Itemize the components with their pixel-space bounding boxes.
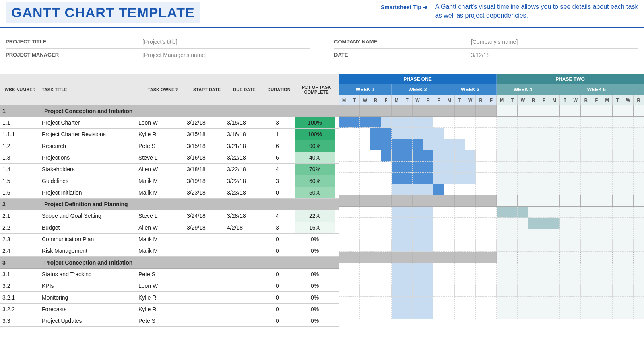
meta-value[interactable]: [Project's title] [142, 39, 178, 45]
timeline-cell[interactable] [476, 105, 486, 117]
timeline-cell[interactable] [507, 162, 518, 173]
timeline-cell[interactable] [497, 297, 507, 308]
timeline-cell[interactable] [549, 229, 560, 240]
timeline-cell[interactable] [560, 117, 570, 128]
timeline-cell[interactable] [634, 195, 644, 207]
timeline-cell[interactable] [465, 263, 476, 274]
timeline-cell[interactable] [465, 274, 476, 285]
task-start[interactable]: 3/19/18 [185, 178, 225, 184]
timeline-cell[interactable] [381, 173, 392, 184]
timeline-cell[interactable] [349, 173, 360, 184]
timeline-cell[interactable] [539, 195, 549, 207]
task-due[interactable]: 4/2/18 [225, 224, 260, 231]
timeline-cell[interactable] [370, 240, 381, 252]
timeline-cell[interactable] [549, 150, 560, 162]
timeline-cell[interactable] [392, 173, 402, 184]
timeline-cell[interactable] [602, 297, 613, 308]
timeline-cell[interactable] [370, 184, 381, 195]
timeline-cell[interactable] [560, 139, 570, 150]
timeline-cell[interactable] [465, 240, 476, 252]
task-row[interactable]: 2.3 Communication Plan Malik M 0 0% [0, 234, 339, 245]
task-pct[interactable]: 0% [295, 292, 335, 303]
timeline-cell[interactable] [560, 105, 570, 117]
timeline-cell[interactable] [581, 207, 591, 218]
timeline-cell[interactable] [339, 162, 349, 173]
timeline-cell[interactable] [339, 308, 349, 319]
timeline-cell[interactable] [634, 184, 644, 195]
timeline-cell[interactable] [497, 218, 507, 229]
timeline-cell[interactable] [381, 150, 392, 162]
timeline-cell[interactable] [423, 117, 433, 128]
timeline-cell[interactable] [581, 274, 591, 285]
timeline-cell[interactable] [486, 139, 497, 150]
timeline-cell[interactable] [528, 173, 539, 184]
section-row[interactable]: 1 Project Conception and Initiation [0, 105, 339, 117]
timeline-cell[interactable] [549, 128, 560, 139]
timeline-cell[interactable] [476, 117, 486, 128]
timeline-cell[interactable] [507, 229, 518, 240]
timeline-cell[interactable] [339, 252, 349, 263]
timeline-cell[interactable] [634, 105, 644, 117]
timeline-cell[interactable] [349, 263, 360, 274]
timeline-cell[interactable] [507, 297, 518, 308]
timeline-cell[interactable] [581, 105, 591, 117]
timeline-cell[interactable] [455, 263, 465, 274]
timeline-cell[interactable] [392, 139, 402, 150]
timeline-cell[interactable] [581, 184, 591, 195]
timeline-cell[interactable] [634, 207, 644, 218]
timeline-cell[interactable] [518, 218, 528, 229]
timeline-cell[interactable] [433, 263, 444, 274]
timeline-cell[interactable] [507, 139, 518, 150]
timeline-cell[interactable] [465, 162, 476, 173]
timeline-cell[interactable] [402, 252, 413, 263]
timeline-cell[interactable] [370, 218, 381, 229]
task-row[interactable]: 3.3 Project Updates Pete S 0 0% [0, 315, 339, 327]
timeline-cell[interactable] [560, 162, 570, 173]
timeline-cell[interactable] [602, 240, 613, 252]
timeline-cell[interactable] [560, 218, 570, 229]
timeline-cell[interactable] [528, 297, 539, 308]
timeline-cell[interactable] [465, 184, 476, 195]
timeline-cell[interactable] [570, 105, 581, 117]
timeline-cell[interactable] [613, 297, 623, 308]
timeline-cell[interactable] [360, 240, 370, 252]
timeline-cell[interactable] [370, 105, 381, 117]
timeline-cell[interactable] [423, 207, 433, 218]
timeline-cell[interactable] [392, 218, 402, 229]
timeline-cell[interactable] [623, 128, 634, 139]
timeline-cell[interactable] [423, 263, 433, 274]
task-row[interactable]: 3.1 Status and Tracking Pete S 0 0% [0, 269, 339, 280]
timeline-cell[interactable] [539, 229, 549, 240]
task-pct[interactable]: 22% [295, 210, 335, 222]
timeline-cell[interactable] [455, 308, 465, 319]
timeline-cell[interactable] [423, 128, 433, 139]
timeline-cell[interactable] [602, 229, 613, 240]
timeline-cell[interactable] [402, 285, 413, 297]
timeline-cell[interactable] [497, 240, 507, 252]
timeline-cell[interactable] [591, 150, 602, 162]
timeline-cell[interactable] [581, 308, 591, 319]
timeline-cell[interactable] [381, 297, 392, 308]
timeline-cell[interactable] [349, 150, 360, 162]
timeline-cell[interactable] [549, 297, 560, 308]
timeline-cell[interactable] [381, 240, 392, 252]
timeline-cell[interactable] [581, 229, 591, 240]
timeline-cell[interactable] [570, 173, 581, 184]
timeline-cell[interactable] [402, 218, 413, 229]
timeline-cell[interactable] [423, 218, 433, 229]
timeline-cell[interactable] [381, 105, 392, 117]
timeline-cell[interactable] [339, 274, 349, 285]
timeline-cell[interactable] [497, 128, 507, 139]
timeline-cell[interactable] [339, 184, 349, 195]
timeline-cell[interactable] [549, 308, 560, 319]
timeline-cell[interactable] [465, 308, 476, 319]
timeline-cell[interactable] [349, 274, 360, 285]
task-start[interactable]: 3/15/18 [185, 131, 225, 137]
meta-value[interactable]: [Project Manager's name] [142, 52, 206, 58]
timeline-cell[interactable] [444, 150, 454, 162]
timeline-cell[interactable] [518, 195, 528, 207]
timeline-cell[interactable] [591, 117, 602, 128]
timeline-cell[interactable] [465, 229, 476, 240]
timeline-cell[interactable] [476, 218, 486, 229]
timeline-cell[interactable] [423, 297, 433, 308]
